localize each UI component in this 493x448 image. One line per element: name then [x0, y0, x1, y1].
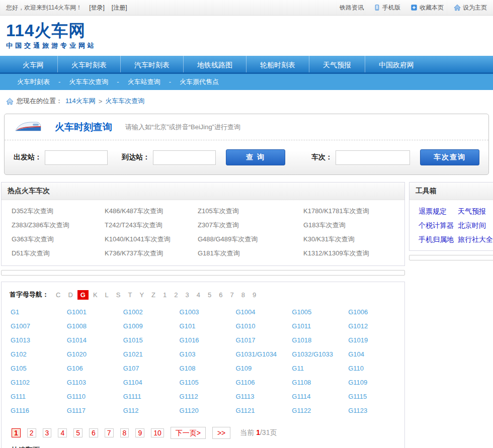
next-page-button[interactable]: 下一页> — [171, 427, 206, 439]
train-link[interactable]: G1004 — [235, 305, 292, 319]
train-link[interactable]: G1031/G1034 — [235, 347, 292, 362]
mobile-version-link[interactable]: 手机版 — [374, 4, 400, 12]
letter-nav-item[interactable]: 6 — [216, 290, 225, 300]
train-number-input[interactable] — [336, 150, 410, 165]
letter-nav-item[interactable]: K — [90, 290, 101, 300]
page-number-button[interactable]: 10 — [151, 428, 164, 437]
hot-train-link[interactable]: D51车次查询 — [12, 246, 105, 260]
main-nav-item[interactable]: 轮船时刻表 — [246, 56, 309, 72]
train-link[interactable]: G101 — [180, 319, 236, 333]
train-link[interactable]: G106 — [67, 362, 123, 376]
train-link[interactable]: G1114 — [292, 390, 348, 404]
train-link[interactable]: G1021 — [123, 347, 180, 362]
train-link[interactable]: G107 — [123, 362, 180, 376]
train-link[interactable]: G108 — [180, 362, 236, 376]
train-link[interactable]: G1020 — [67, 347, 123, 362]
train-link[interactable]: G103 — [180, 347, 236, 362]
train-link[interactable]: G110 — [348, 362, 404, 376]
hot-train-link[interactable]: K1780/K1781车次查询 — [303, 204, 404, 218]
train-link[interactable]: G1016 — [180, 333, 236, 347]
hot-train-link[interactable]: K1312/K1309车次查询 — [303, 246, 404, 260]
train-link[interactable]: G1117 — [67, 404, 123, 418]
train-link[interactable]: G1122 — [292, 404, 348, 418]
toolbox-link[interactable]: 退票规定 — [419, 204, 458, 218]
train-link[interactable]: G1110 — [67, 390, 123, 404]
letter-nav-item[interactable]: G — [77, 290, 89, 300]
train-link[interactable]: G1108 — [292, 376, 348, 390]
page-number-button[interactable]: 8 — [120, 428, 129, 437]
station-query-button[interactable]: 查 询 — [226, 149, 285, 165]
train-link[interactable]: G1111 — [123, 390, 180, 404]
hot-train-link[interactable]: G183车次查询 — [303, 218, 404, 232]
train-link[interactable]: G1116 — [11, 404, 67, 418]
main-nav-item[interactable]: 中国政府网 — [365, 56, 428, 72]
breadcrumb-current[interactable]: 火车车次查询 — [105, 97, 144, 106]
hot-train-link[interactable]: G488/G489车次查询 — [198, 232, 303, 246]
train-link[interactable]: G1011 — [292, 319, 348, 333]
breadcrumb-home-link[interactable]: 114火车网 — [65, 97, 96, 106]
train-link[interactable]: G1 — [11, 305, 67, 319]
train-link[interactable]: G105 — [11, 362, 67, 376]
train-link[interactable]: G102 — [11, 347, 67, 362]
train-link[interactable]: G1008 — [67, 319, 123, 333]
hot-train-link[interactable]: K30/K31车次查询 — [303, 232, 404, 246]
letter-nav-item[interactable]: 1 — [160, 290, 170, 300]
page-number-button[interactable]: 6 — [89, 428, 98, 437]
letter-nav-item[interactable]: 2 — [171, 290, 181, 300]
letter-nav-item[interactable]: Y — [136, 290, 147, 300]
letter-nav-item[interactable]: L — [102, 290, 112, 300]
toolbox-link[interactable]: 手机归属地 — [419, 232, 458, 246]
letter-nav-item[interactable]: 8 — [238, 290, 248, 300]
hot-train-link[interactable]: Z383/Z386车次查询 — [12, 218, 105, 232]
train-link[interactable]: G1014 — [67, 333, 123, 347]
main-nav-item[interactable]: 天气预报 — [309, 56, 365, 72]
letter-nav-item[interactable]: C — [53, 290, 63, 300]
train-link[interactable]: G1106 — [235, 376, 292, 390]
train-link[interactable]: G1105 — [180, 376, 236, 390]
page-number-button[interactable]: 4 — [58, 428, 67, 437]
site-logo[interactable]: 114火车网 — [6, 22, 493, 40]
train-link[interactable]: G1103 — [67, 376, 123, 390]
main-nav-item[interactable]: 地铁线路图 — [183, 56, 246, 72]
hot-train-link[interactable]: Z307车次查询 — [198, 218, 303, 232]
train-link[interactable]: G11 — [292, 362, 348, 376]
train-link[interactable]: G1120 — [180, 404, 236, 418]
toolbox-link[interactable]: 个税计算器 — [419, 218, 458, 232]
train-link[interactable]: G104 — [348, 347, 404, 362]
train-link[interactable]: G112 — [123, 404, 180, 418]
train-link[interactable]: G1003 — [180, 305, 236, 319]
train-link[interactable]: G1002 — [123, 305, 180, 319]
hot-train-link[interactable]: Z105车次查询 — [198, 204, 303, 218]
page-number-button[interactable]: 9 — [135, 428, 144, 437]
hot-train-link[interactable]: G363车次查询 — [12, 232, 105, 246]
main-nav-item[interactable]: 汽车时刻表 — [120, 56, 183, 72]
hot-train-link[interactable]: K736/K737车次查询 — [105, 246, 198, 260]
train-link[interactable]: G1113 — [235, 390, 292, 404]
toolbox-link[interactable]: 旅行社大全 — [458, 232, 493, 246]
bookmark-page-link[interactable]: 收藏本页 — [410, 4, 444, 12]
train-link[interactable]: G1115 — [348, 390, 404, 404]
toolbox-link[interactable]: 天气预报 — [458, 204, 493, 218]
to-station-input[interactable] — [153, 150, 216, 165]
railway-news-link[interactable]: 铁路资讯 — [340, 4, 364, 12]
page-number-button[interactable]: 3 — [43, 428, 52, 437]
login-link[interactable]: [登录] — [89, 4, 105, 12]
train-link[interactable]: G1019 — [348, 333, 404, 347]
letter-nav-item[interactable]: 7 — [227, 290, 236, 300]
train-link[interactable]: G109 — [235, 362, 292, 376]
train-link[interactable]: G1009 — [123, 319, 180, 333]
train-link[interactable]: G1121 — [235, 404, 292, 418]
letter-nav-item[interactable]: 5 — [205, 290, 214, 300]
train-link[interactable]: G111 — [11, 390, 67, 404]
register-link[interactable]: [注册] — [112, 4, 127, 12]
letter-nav-item[interactable]: S — [113, 290, 124, 300]
main-nav-item[interactable]: 火车时刻表 — [57, 56, 120, 72]
page-number-button[interactable]: 1 — [12, 428, 21, 437]
main-nav-item[interactable]: 火车网 — [9, 56, 57, 72]
hot-train-link[interactable]: D352车次查询 — [12, 204, 105, 218]
sub-nav-item[interactable]: 火车时刻表 — [17, 74, 50, 90]
train-link[interactable]: G1112 — [180, 390, 236, 404]
train-link[interactable]: G1032/G1033 — [292, 347, 348, 362]
letter-nav-item[interactable]: 4 — [194, 290, 203, 300]
sub-nav-item[interactable]: 火车票代售点 — [160, 74, 219, 90]
